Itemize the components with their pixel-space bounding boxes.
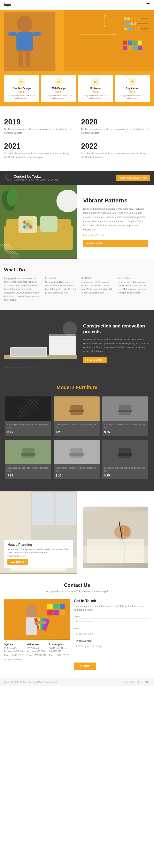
svg-rect-95 <box>32 492 54 525</box>
contact-grid: Sydney 69 Ticarua Rd, Fairmont NSW 2165 … <box>4 599 150 670</box>
service-title: Software <box>91 87 101 90</box>
svg-rect-35 <box>123 40 127 44</box>
furniture-info: Click again or double click to start edi… <box>54 421 100 436</box>
terms-link[interactable]: Terms of Use <box>138 681 150 683</box>
vibrant-learn-more-button[interactable]: LEARN MORE <box>83 240 148 247</box>
service-more-link[interactable]: MORE <box>55 91 61 93</box>
furniture-item: Click again or double click to start edi… <box>102 397 148 436</box>
privacy-policy-link[interactable]: Privacy Policy <box>123 681 135 683</box>
year-2022: 2022 Curabitur nisi posuer amet lorem ip… <box>77 139 150 163</box>
furniture-price: $ 25 <box>7 474 49 477</box>
svg-rect-39 <box>123 45 127 50</box>
what-left-content: Paragraph lorem ipsum dolor sit amet, co… <box>4 277 41 302</box>
name-field: Name <box>74 615 150 625</box>
years-section: 2019 Dualttier nisi posuer amet lorem ip… <box>0 106 154 171</box>
svg-rect-137 <box>47 610 53 615</box>
svg-point-25 <box>124 22 127 25</box>
graphic-design-icon: ✏ <box>18 78 25 86</box>
contact-left: Sydney 69 Ticarua Rd, Fairmont NSW 2165 … <box>4 599 70 670</box>
furniture-pattern-svg <box>66 399 87 419</box>
construction-text: Lorem ipsum dolor sit amet, consectetur … <box>83 338 150 353</box>
furniture-description: Click again or double click to start edi… <box>7 466 49 472</box>
year-description: Curabitur nisi posuer amet lorem ipsum d… <box>4 152 73 159</box>
svg-rect-37 <box>133 40 137 44</box>
submit-button[interactable]: SUBMIT <box>74 662 96 670</box>
vibrant-image-inner <box>0 185 77 259</box>
service-software: ⊞ Software MORE Click again or double cl… <box>78 75 113 102</box>
furniture-item: Click again or double click to start edi… <box>5 397 51 436</box>
svg-rect-80 <box>70 410 84 412</box>
email-input[interactable] <box>74 630 150 637</box>
city-name: Melbourne <box>27 643 47 646</box>
planning-card-title: House Planning <box>7 543 70 547</box>
footer-links: Privacy Policy Terms of Use <box>123 681 150 683</box>
phone-text: Phone: 1300 222 222 <box>27 654 47 657</box>
svg-point-26 <box>127 22 130 25</box>
svg-point-52 <box>23 225 26 228</box>
service-description: Click again or double click to start edi… <box>80 94 111 99</box>
what-item-text: Seminar text. Click again or double clic… <box>118 280 150 295</box>
furniture-item: Click again or double click to start edi… <box>54 397 100 436</box>
year-2021: 2021 Curabitur nisi posuer amet lorem ip… <box>4 139 77 163</box>
message-label: How can we help? <box>74 640 150 642</box>
svg-point-20 <box>127 17 130 20</box>
furniture-grid: Click again or double click to start edi… <box>4 397 150 483</box>
message-input[interactable] <box>74 643 150 658</box>
what-i-do-header: What I Do. <box>4 267 150 273</box>
furniture-pattern-svg <box>115 399 135 419</box>
what-item-number: 03. Furniture <box>118 277 150 279</box>
service-more-link[interactable]: MORE <box>93 91 99 93</box>
svg-point-17 <box>114 34 116 35</box>
construction-content: Construction and renovation projects Lor… <box>77 318 150 368</box>
year-description: Dualttier nisi posuer amet lorem ipsum d… <box>4 127 73 135</box>
furniture-image <box>54 440 100 464</box>
contact-form: Get in Touch Have an inquiry or some fee… <box>74 599 150 670</box>
year-number: 2022 <box>81 142 150 150</box>
form-subtitle: Have an inquiry or some feedback for us?… <box>74 604 150 612</box>
construction-title: Construction and renovation projects <box>83 323 150 335</box>
svg-rect-66 <box>11 348 46 356</box>
svg-point-50 <box>23 220 26 224</box>
what-item-text: Seminar text. Click again or double clic… <box>45 280 77 295</box>
what-items-list: 01. Interior Seminar text. Click again o… <box>45 277 150 302</box>
furniture-price: $ 25 <box>56 474 98 477</box>
svg-point-23 <box>137 17 140 20</box>
address-text: 183 Collins St, Melbourne VIC 3000 <box>27 647 47 653</box>
furniture-section: Modern Furniture Click again or double c… <box>0 376 154 491</box>
what-grid: Paragraph lorem ipsum dolor sit amet, co… <box>4 277 150 302</box>
svg-rect-4 <box>17 32 33 51</box>
phone-text: Phone: 1300 222 222 <box>4 654 25 657</box>
svg-rect-134 <box>47 603 53 609</box>
svg-rect-86 <box>21 453 35 456</box>
svg-rect-77 <box>18 399 38 419</box>
service-title: Web Design <box>52 87 66 90</box>
construction-learn-more-button[interactable]: LEARN MORE <box>83 357 107 363</box>
city-name: Los Angeles <box>49 643 70 646</box>
service-more-link[interactable]: MORE <box>129 91 135 93</box>
svg-rect-8 <box>25 50 30 67</box>
svg-point-13 <box>104 15 106 17</box>
svg-rect-42 <box>138 45 142 50</box>
city-name: Sydney <box>4 643 25 646</box>
hamburger-icon[interactable]: ☰ <box>146 2 150 7</box>
book-consultation-button[interactable]: BOOK A CONSULTATION <box>117 175 150 181</box>
contact-address-losangeles: Los Angeles 548 Main St, Home CA 5566, U… <box>49 643 70 657</box>
vibrant-patterns-section: Vibrant Patterns Elit ut aliquam purus s… <box>0 185 154 259</box>
year-2019: 2019 Dualttier nisi posuer amet lorem ip… <box>4 115 77 139</box>
photo-credit: Image from Freepik <box>4 658 70 661</box>
year-number: 2020 <box>81 118 150 126</box>
vibrant-title: Vibrant Patterns <box>83 197 148 204</box>
planning-learn-more-button[interactable]: LEARN MORE <box>7 559 28 565</box>
year-description: Curabitur nisi posuer amet lorem ipsum d… <box>81 152 150 159</box>
person-svg <box>4 12 55 71</box>
construction-image <box>4 318 77 368</box>
what-item-text: Seminar text. Click again or double clic… <box>81 280 114 295</box>
furniture-info: Click again or double click to start edi… <box>54 464 100 479</box>
name-input[interactable] <box>74 618 150 625</box>
what-i-do-section: What I Do. Paragraph lorem ipsum dolor s… <box>0 259 154 310</box>
furniture-section-title: Modern Furniture <box>4 384 150 390</box>
vibrant-text: Elit ut aliquam purus sit amet luctus ve… <box>83 207 148 232</box>
phone-text: Phone: 1300 222 222 <box>49 654 70 657</box>
service-more-link[interactable]: MORE <box>19 91 25 93</box>
svg-rect-121 <box>127 527 129 536</box>
